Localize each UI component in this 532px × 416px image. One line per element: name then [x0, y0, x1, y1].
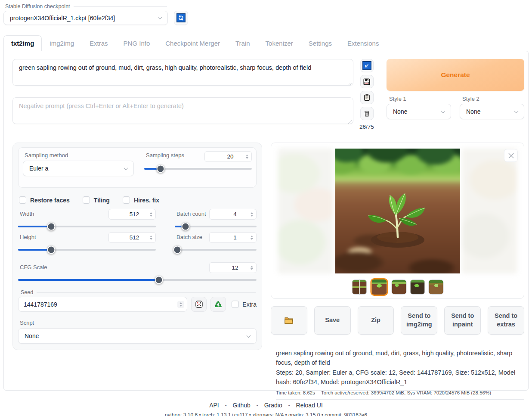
output-column: Save Zip Send to img2img Send to inpaint…	[271, 143, 524, 400]
slider-thumb[interactable]	[47, 246, 55, 254]
tab-extensions[interactable]: Extensions	[340, 35, 387, 51]
save-style-button[interactable]	[360, 75, 374, 88]
generate-column: Generate Style 1 None Style 2 None	[387, 59, 524, 130]
footer-link-api[interactable]: API	[209, 402, 219, 409]
tab-train[interactable]: Train	[228, 35, 258, 51]
send-to-inpaint-button[interactable]: Send to inpaint	[444, 306, 481, 335]
zip-button[interactable]: Zip	[358, 306, 394, 335]
extra-seed-checkbox[interactable]: Extra	[232, 301, 257, 308]
negative-prompt-input[interactable]	[12, 97, 353, 124]
slider-thumb[interactable]	[155, 276, 163, 284]
open-folder-button[interactable]	[271, 306, 307, 335]
sampling-steps-input[interactable]	[217, 153, 243, 160]
page-footer: API • Github • Gradio • Reload UI python…	[0, 402, 532, 416]
gallery-blur-left	[278, 149, 333, 273]
width-number[interactable]	[108, 209, 156, 220]
height-input[interactable]	[121, 234, 147, 241]
stepper-icon[interactable]	[177, 301, 184, 308]
cfg-scale-number[interactable]	[209, 262, 257, 273]
stepper-icon[interactable]	[246, 155, 248, 159]
thumbnail-2-selected[interactable]	[370, 278, 388, 296]
height-slider[interactable]	[18, 249, 156, 251]
thumbnail-3[interactable]	[391, 279, 406, 295]
thumbnail-4[interactable]	[410, 279, 425, 295]
thumbnail-5[interactable]	[428, 279, 443, 295]
gallery-thumbnails	[352, 278, 443, 296]
sampling-method-dropdown[interactable]: Euler a	[23, 161, 134, 176]
sampling-steps-slider[interactable]	[144, 168, 252, 170]
batch-count-number[interactable]	[209, 209, 257, 220]
slider-thumb[interactable]	[173, 246, 181, 254]
hires-fix-checkbox[interactable]: Hires. fix	[123, 196, 159, 204]
width-slider[interactable]	[18, 226, 156, 227]
stepper-icon[interactable]	[150, 212, 152, 217]
generate-button[interactable]: Generate	[387, 59, 524, 91]
tab-checkpoint-merger[interactable]: Checkpoint Merger	[158, 35, 228, 51]
tiling-checkbox[interactable]: Tiling	[83, 196, 110, 204]
clear-prompt-button[interactable]	[360, 107, 374, 120]
sapling-art	[365, 185, 430, 249]
style1-block: Style 1 None	[387, 94, 451, 119]
checkpoint-dropdown[interactable]: protogenX34OfficialR_1.ckpt [60fe2f34]	[3, 11, 168, 25]
batch-count-label: Batch count	[175, 210, 207, 219]
tab-img2img[interactable]: img2img	[42, 35, 82, 51]
stepper-icon[interactable]	[251, 236, 253, 240]
time-taken-text: Time taken: 8.62s	[276, 390, 315, 395]
token-counter: 26/75	[359, 124, 374, 130]
random-seed-button[interactable]	[191, 297, 207, 312]
slider-thumb[interactable]	[156, 165, 164, 173]
top-bar: Stable Diffusion checkpoint protogenX34O…	[0, 0, 532, 25]
script-group: Script None	[18, 319, 257, 344]
batch-size-slider[interactable]	[175, 249, 257, 251]
info-params-text: Steps: 20, Sampler: Euler a, CFG scale: …	[276, 368, 517, 387]
batch-count-slider[interactable]	[175, 226, 257, 227]
reuse-seed-button[interactable]	[210, 297, 226, 312]
stepper-icon[interactable]	[150, 236, 152, 240]
footer-link-gradio[interactable]: Gradio	[264, 402, 282, 409]
read-generation-params-button[interactable]	[360, 59, 374, 72]
generated-image[interactable]	[335, 149, 460, 273]
slider-thumb[interactable]	[47, 223, 55, 231]
save-button[interactable]: Save	[314, 306, 351, 335]
footer-link-github[interactable]: Github	[233, 402, 251, 409]
batch-count-input[interactable]	[222, 211, 248, 217]
tab-extras[interactable]: Extras	[82, 35, 116, 51]
style2-value: None	[466, 108, 480, 115]
batch-size-number[interactable]	[209, 232, 257, 243]
apply-style-button[interactable]	[360, 91, 374, 104]
stepper-icon[interactable]	[251, 266, 253, 270]
thumbnail-1[interactable]	[352, 279, 367, 295]
stepper-icon[interactable]	[251, 212, 253, 217]
refresh-checkpoints-button[interactable]	[174, 11, 188, 25]
checkbox-icon	[232, 301, 239, 308]
floppy-disk-icon	[363, 78, 371, 86]
seed-input[interactable]	[24, 301, 177, 308]
height-number[interactable]	[108, 232, 156, 243]
script-dropdown[interactable]: None	[18, 328, 257, 344]
tab-tokenizer[interactable]: Tokenizer	[258, 35, 301, 51]
style2-label: Style 2	[460, 94, 524, 104]
sampling-steps-number[interactable]	[204, 151, 252, 162]
chevron-down-icon	[247, 333, 251, 338]
footer-link-reload-ui[interactable]: Reload UI	[296, 402, 323, 409]
tab-png-info[interactable]: PNG Info	[116, 35, 158, 51]
tab-txt2img[interactable]: txt2img	[3, 35, 42, 51]
style1-dropdown[interactable]: None	[387, 104, 451, 119]
dice-icon	[195, 300, 203, 308]
close-gallery-button[interactable]	[504, 149, 518, 162]
batch-size-input[interactable]	[222, 234, 248, 241]
cfg-scale-input[interactable]	[222, 264, 248, 271]
slider-thumb[interactable]	[181, 223, 189, 231]
tab-settings[interactable]: Settings	[301, 35, 340, 51]
width-input[interactable]	[121, 211, 147, 217]
send-to-extras-button[interactable]: Send to extras	[488, 306, 524, 335]
prompt-input[interactable]: green sapling rowing out of ground, mud,…	[12, 59, 353, 86]
restore-faces-checkbox[interactable]: Restore faces	[19, 196, 70, 204]
sampling-method-label: Sampling method	[23, 151, 134, 161]
style2-dropdown[interactable]: None	[460, 104, 524, 119]
style1-value: None	[393, 108, 407, 115]
seed-field[interactable]	[18, 297, 187, 312]
checkbox-icon	[83, 196, 90, 204]
send-to-img2img-button[interactable]: Send to img2img	[401, 306, 437, 335]
cfg-scale-slider[interactable]	[18, 279, 257, 281]
